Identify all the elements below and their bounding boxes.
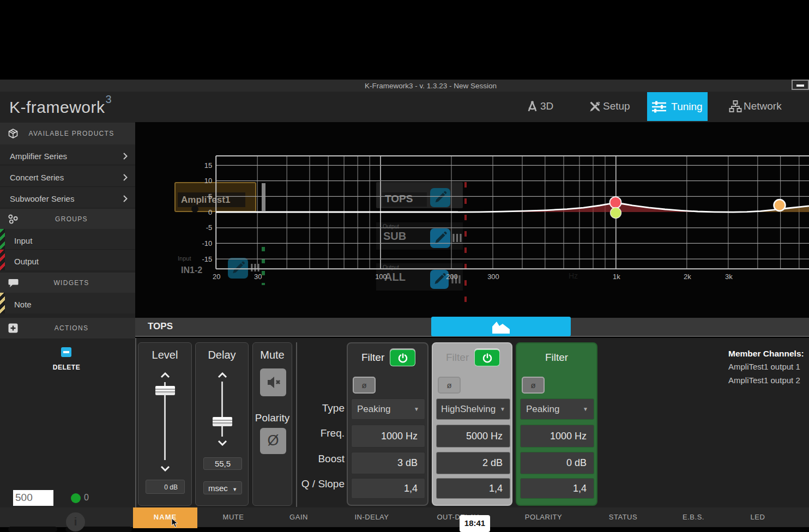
svg-text:-5: -5 [206,223,213,232]
svg-text:3k: 3k [725,273,733,281]
svg-text:300: 300 [487,273,499,281]
svg-text:2k: 2k [684,273,691,281]
svg-text:0: 0 [208,208,212,216]
svg-text:200: 200 [446,273,458,281]
svg-text:15: 15 [204,161,212,170]
svg-text:20: 20 [213,273,220,281]
svg-text:100: 100 [375,273,387,281]
svg-text:-10: -10 [202,239,212,247]
svg-text:1k: 1k [613,273,620,281]
svg-text:5: 5 [208,192,212,201]
svg-text:-15: -15 [202,255,212,263]
svg-text:10: 10 [204,177,212,185]
svg-text:30: 30 [254,273,262,281]
svg-text:Hz: Hz [569,271,578,280]
